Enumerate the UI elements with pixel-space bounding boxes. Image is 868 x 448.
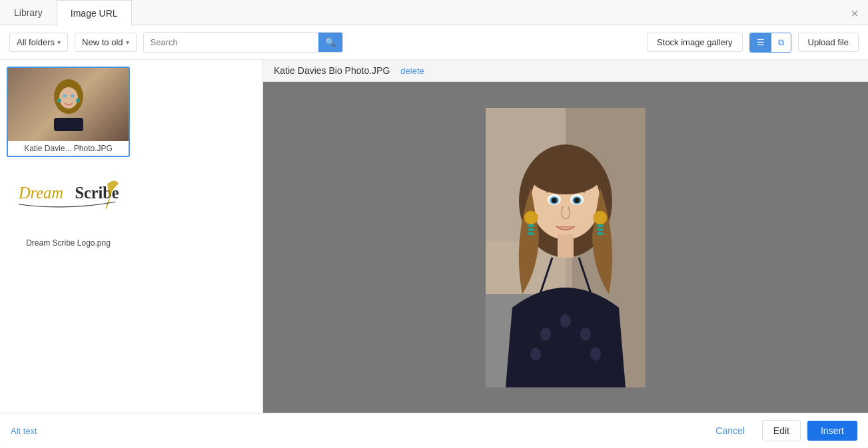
svg-point-34 bbox=[580, 328, 591, 341]
svg-point-35 bbox=[530, 347, 541, 361]
svg-rect-30 bbox=[597, 232, 604, 235]
image-thumb-dreamscribe[interactable]: Dream Scribe Dream Scribe Logo.png bbox=[7, 161, 130, 252]
svg-point-6 bbox=[76, 99, 80, 103]
cancel-button[interactable]: Cancel bbox=[705, 421, 755, 441]
sort-label: New to old bbox=[82, 37, 123, 47]
insert-button[interactable]: Insert bbox=[807, 421, 857, 441]
search-input[interactable] bbox=[144, 33, 318, 51]
preview-filename: Katie Davies Bio Photo.JPG bbox=[274, 65, 390, 76]
alt-text-link[interactable]: Alt text bbox=[11, 426, 37, 436]
toolbar: All folders ▾ New to old ▾ 🔍 Stock image… bbox=[0, 25, 868, 60]
tab-bar: Library Image URL bbox=[0, 0, 868, 25]
list-icon: ☰ bbox=[757, 37, 765, 47]
chevron-down-icon: ▾ bbox=[126, 39, 129, 46]
svg-point-27 bbox=[594, 211, 607, 224]
chevron-down-icon: ▾ bbox=[57, 39, 61, 46]
svg-rect-25 bbox=[528, 228, 534, 231]
delete-link[interactable]: delete bbox=[400, 66, 424, 76]
image-filename-dreamscribe: Dream Scribe Logo.png bbox=[8, 236, 129, 248]
katie-photo-preview bbox=[49, 78, 89, 131]
katie-photo-thumbnail bbox=[8, 68, 129, 141]
dream-scribe-logo-preview: Dream Scribe bbox=[12, 174, 125, 224]
preview-panel: Katie Davies Bio Photo.JPG delete bbox=[263, 60, 868, 413]
list-view-button[interactable]: ☰ bbox=[750, 33, 771, 52]
content-area: Katie Davie... Photo.JPG Dream Scribe bbox=[0, 60, 868, 413]
image-filename-katie: Katie Davie... Photo.JPG bbox=[8, 141, 129, 153]
close-button[interactable]: × bbox=[851, 7, 859, 20]
svg-point-4 bbox=[71, 95, 75, 98]
image-picker-modal: × Library Image URL All folders ▾ New to… bbox=[0, 0, 868, 448]
grid-icon: ⧉ bbox=[778, 37, 784, 47]
svg-rect-26 bbox=[528, 232, 534, 235]
edit-button[interactable]: Edit bbox=[762, 420, 801, 441]
svg-point-5 bbox=[57, 99, 61, 103]
svg-point-32 bbox=[540, 328, 551, 341]
search-icon: 🔍 bbox=[325, 37, 336, 47]
preview-image-area bbox=[263, 82, 868, 413]
svg-rect-24 bbox=[528, 224, 534, 227]
svg-point-22 bbox=[574, 198, 580, 203]
stock-gallery-button[interactable]: Stock image gallery bbox=[647, 33, 742, 52]
dream-scribe-thumbnail: Dream Scribe bbox=[8, 162, 129, 236]
svg-rect-29 bbox=[597, 228, 604, 231]
svg-rect-2 bbox=[54, 118, 83, 131]
upload-file-button[interactable]: Upload file bbox=[798, 33, 859, 52]
folders-dropdown[interactable]: All folders ▾ bbox=[9, 33, 68, 52]
tab-library[interactable]: Library bbox=[0, 0, 57, 25]
svg-point-33 bbox=[560, 314, 571, 328]
tab-image-url[interactable]: Image URL bbox=[57, 0, 132, 25]
svg-point-21 bbox=[552, 198, 557, 203]
svg-point-36 bbox=[590, 347, 601, 361]
search-bar: 🔍 bbox=[143, 32, 343, 53]
svg-text:Dream: Dream bbox=[18, 183, 63, 201]
folders-label: All folders bbox=[17, 37, 55, 47]
preview-header: Katie Davies Bio Photo.JPG delete bbox=[263, 60, 868, 82]
preview-image bbox=[486, 108, 646, 387]
image-library-panel: Katie Davie... Photo.JPG Dream Scribe bbox=[0, 60, 263, 413]
footer: Alt text Cancel Edit Insert bbox=[0, 413, 868, 448]
svg-point-3 bbox=[63, 95, 67, 98]
grid-view-button[interactable]: ⧉ bbox=[771, 33, 791, 52]
view-toggle: ☰ ⧉ bbox=[749, 33, 791, 53]
svg-rect-31 bbox=[558, 234, 574, 258]
svg-rect-28 bbox=[597, 224, 604, 227]
sort-dropdown[interactable]: New to old ▾ bbox=[75, 33, 136, 52]
svg-point-23 bbox=[524, 211, 538, 224]
search-button[interactable]: 🔍 bbox=[318, 33, 342, 52]
svg-point-16 bbox=[529, 154, 602, 194]
image-thumb-katie[interactable]: Katie Davie... Photo.JPG bbox=[7, 67, 130, 157]
